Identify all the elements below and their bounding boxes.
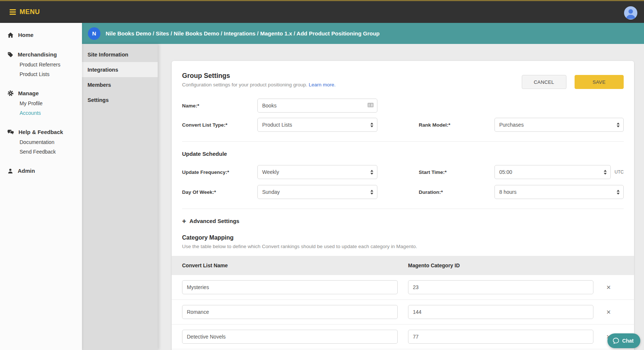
section-divider [182,141,624,142]
save-button[interactable]: SAVE [575,75,624,89]
home-icon [7,32,14,38]
select-stepper-icon [370,190,373,195]
remove-row-button[interactable]: × [606,284,611,291]
column-header-convert-list-name: Convert List Name [182,262,398,268]
day-of-week-select[interactable]: Sunday [257,185,377,199]
chat-bubble-icon [613,337,619,344]
rank-model-label: Rank Model:* [419,122,494,128]
name-input[interactable] [257,99,377,113]
sidebar-item-label: Merchandising [18,51,57,58]
sidebar-item-product-referrers[interactable]: Product Referrers [0,60,82,69]
breadcrumb-bar: N Nile Books Demo / Sites / Nile Books D… [82,23,644,44]
sidebar-item-label: Help & Feedback [18,129,63,135]
group-settings-card: Group Settings Configuration settings fo… [172,61,634,350]
sidebar-item-home[interactable]: Home [0,30,82,40]
duration-label: Duration:* [419,189,494,195]
sidebar-item-merchandising[interactable]: Merchandising [0,49,82,60]
update-schedule-title: Update Schedule [182,151,624,157]
table-row: × [172,275,634,300]
sidebar-item-send-feedback[interactable]: Send Feedback [0,147,82,157]
select-stepper-icon [370,123,373,127]
top-bar: MENU [0,0,644,23]
menu-label: MENU [20,8,40,16]
duration-select[interactable]: 8 hours [494,185,624,199]
sidebar-item-my-profile[interactable]: My Profile [0,99,82,108]
chat-launcher-button[interactable]: Chat [607,333,640,348]
convert-list-name-input[interactable] [182,330,398,344]
remove-row-button[interactable]: × [606,308,611,316]
subnav-item-members[interactable]: Members [82,77,158,92]
sidebar-item-documentation[interactable]: Documentation [0,137,82,147]
sidebar-item-label: Manage [18,90,39,96]
menu-toggle-button[interactable]: MENU [10,8,40,16]
sidebar-item-accounts[interactable]: Accounts [0,108,82,118]
gear-icon [7,90,14,96]
select-stepper-icon [617,190,620,195]
update-frequency-label: Update Frequency:* [182,169,257,175]
magento-category-id-input[interactable] [408,330,593,344]
sidebar-item-admin[interactable]: Admin [0,165,82,176]
section-divider [182,209,624,209]
update-frequency-select[interactable]: Weekly [257,165,377,179]
select-stepper-icon [617,123,620,127]
cancel-button[interactable]: CANCEL [522,75,566,89]
sidebar-item-product-lists[interactable]: Product Lists [0,69,82,79]
sidebar: Home Merchandising Product Referrers Pro… [0,23,82,350]
site-subnav: Site Information Integrations Members Se… [82,44,158,350]
chat-bubbles-icon [7,129,14,135]
category-mapping-table: Convert List Name Magento Category ID × [172,256,634,350]
subnav-item-site-information[interactable]: Site Information [82,47,158,62]
day-of-week-label: Day Of Week:* [182,189,257,195]
breadcrumb: Nile Books Demo / Sites / Nile Books Dem… [106,30,380,37]
table-header-row: Convert List Name Magento Category ID [172,256,634,275]
start-time-select[interactable]: 05:00 [494,165,611,179]
rank-model-select[interactable]: Purchases [494,118,624,132]
site-avatar[interactable]: N [88,27,100,40]
advanced-settings-toggle[interactable]: + Advanced Settings [182,218,624,224]
category-mapping-subtitle: Use the table below to define which Conv… [182,244,624,249]
hamburger-icon [10,9,16,15]
main-content: Group Settings Configuration settings fo… [158,44,644,350]
sidebar-item-label: Home [18,32,34,38]
contact-card-icon [367,103,374,107]
plus-icon: + [182,219,186,224]
subnav-item-integrations[interactable]: Integrations [82,62,158,77]
convert-list-type-select[interactable]: Product Lists [257,118,377,132]
sidebar-item-label: Admin [18,168,35,174]
page-subtitle: Configuration settings for your product … [182,82,336,88]
convert-list-name-input[interactable] [182,305,398,319]
utc-suffix-label: UTC [614,169,624,175]
table-row: × [172,325,634,349]
start-time-label: Start Time:* [419,169,494,175]
name-label: Name:* [182,103,257,109]
tag-icon [7,52,13,58]
table-row: × [172,300,634,325]
user-avatar-icon [624,6,637,20]
convert-list-name-input[interactable] [182,280,398,294]
page-title: Group Settings [182,72,336,80]
learn-more-link[interactable]: Learn more. [309,82,336,88]
sidebar-item-help-feedback[interactable]: Help & Feedback [0,127,82,137]
chat-label: Chat [622,338,634,344]
subnav-item-settings[interactable]: Settings [82,92,158,107]
select-stepper-icon [370,170,373,175]
convert-list-type-label: Convert List Type:* [182,122,257,128]
column-header-magento-category-id: Magento Category ID [408,262,593,268]
magento-category-id-input[interactable] [408,280,593,294]
magento-category-id-input[interactable] [408,305,593,319]
user-avatar[interactable] [624,6,637,20]
category-mapping-title: Category Mapping [182,234,624,241]
select-stepper-icon [604,170,607,175]
sidebar-item-manage[interactable]: Manage [0,88,82,99]
person-icon [7,168,13,174]
